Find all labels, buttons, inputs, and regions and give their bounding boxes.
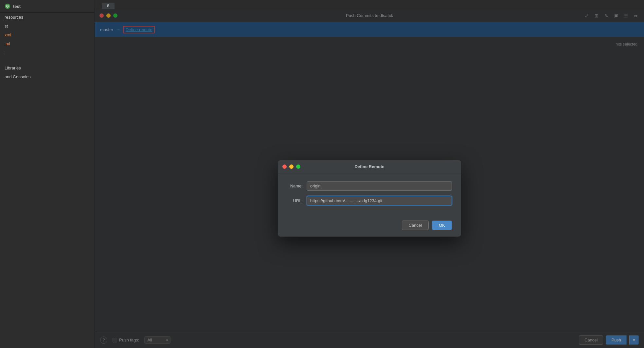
sidebar-header: G test [0, 0, 95, 13]
svg-text:G: G [6, 5, 9, 8]
sidebar-item-l[interactable]: l [0, 48, 95, 57]
define-remote-dialog: Define Remote Name: URL: Cancel OK [278, 160, 461, 237]
tab-bar: 6 [95, 0, 644, 9]
name-input[interactable] [307, 181, 452, 191]
dialog-maximize-button[interactable] [296, 164, 300, 169]
dialog-title: Define Remote [354, 164, 384, 169]
tab-6[interactable]: 6 [101, 2, 115, 9]
sidebar-item-xml[interactable]: xml [0, 30, 95, 39]
sidebar-app-title: test [13, 4, 21, 9]
dialog-overlay: Define Remote Name: URL: Cancel OK [95, 9, 644, 348]
push-commits-window: Push Commits to dtsatck ⤢ ⊞ ✎ ▣ ☰ ⇔ mast… [95, 9, 644, 348]
sidebar-item-resources[interactable]: resources [0, 13, 95, 22]
dialog-minimize-button[interactable] [289, 164, 294, 169]
dialog-footer: Cancel OK [278, 217, 461, 237]
url-input[interactable] [307, 196, 452, 205]
name-label: Name: [287, 184, 303, 188]
sidebar-item-iml[interactable]: iml [0, 39, 95, 48]
dialog-titlebar: Define Remote [278, 160, 461, 173]
sidebar-item-st[interactable]: st [0, 22, 95, 30]
sidebar-item-consoles[interactable]: and Consoles [0, 72, 95, 81]
dialog-cancel-button[interactable]: Cancel [402, 221, 429, 230]
intellij-icon: G [5, 3, 10, 9]
dialog-body: Name: URL: [278, 173, 461, 217]
sidebar: G test resources st xml iml l Libraries … [0, 0, 95, 348]
name-row: Name: [287, 181, 452, 191]
dialog-close-button[interactable] [282, 164, 287, 169]
dialog-ok-button[interactable]: OK [432, 221, 452, 230]
url-row: URL: [287, 196, 452, 205]
dialog-controls [282, 164, 300, 169]
sidebar-item-libraries[interactable]: Libraries [0, 64, 95, 72]
url-label: URL: [287, 198, 303, 203]
